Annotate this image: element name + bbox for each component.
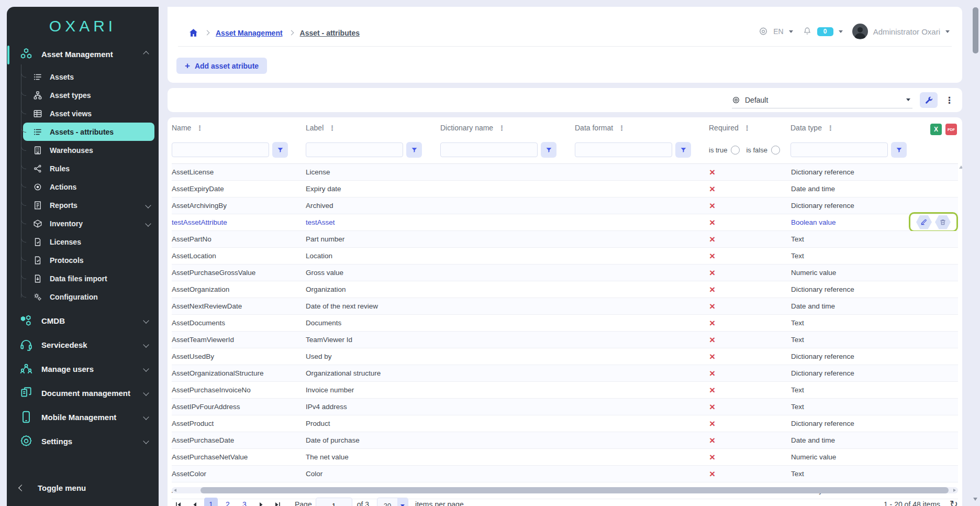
filter-label-input[interactable] [306, 142, 403, 157]
home-icon[interactable] [188, 28, 198, 38]
table-row[interactable]: AssetPurchaseGrossValue Gross value × Nu… [172, 265, 958, 281]
column-header-label[interactable]: Label⋮ [306, 124, 336, 132]
kebab-menu-icon[interactable]: ⋮ [945, 96, 954, 105]
page-button-3[interactable]: 3 [238, 498, 251, 506]
breadcrumb-asset-attributes[interactable]: Asset - attributes [300, 29, 360, 37]
filter-funnel-button[interactable] [272, 142, 288, 158]
table-row[interactable]: AssetTeamViewerId TeamViewer Id × Text [172, 332, 958, 348]
scroll-left-icon[interactable] [174, 489, 176, 492]
next-page-button[interactable] [255, 498, 268, 506]
vertical-scrollbar[interactable] [973, 7, 978, 494]
sidebar-group-cmdb[interactable]: CMDB [14, 309, 154, 332]
filter-dictionary-name-input[interactable] [440, 142, 538, 157]
first-page-button[interactable] [172, 498, 184, 506]
chevron-down-icon[interactable] [839, 30, 843, 33]
column-menu-icon[interactable]: ⋮ [618, 124, 625, 132]
sidebar-item-warehouses[interactable]: Warehouses [23, 141, 154, 159]
sidebar-group-manage-users[interactable]: Manage users [14, 357, 154, 380]
filter-funnel-button[interactable] [891, 142, 907, 158]
column-header-data-format[interactable]: Data format⋮ [575, 124, 625, 132]
previous-page-button[interactable] [188, 498, 201, 506]
column-menu-icon[interactable]: ⋮ [744, 124, 751, 132]
chevron-down-icon[interactable] [789, 30, 793, 33]
filter-funnel-button[interactable] [541, 142, 556, 158]
sidebar-item-asset-types[interactable]: Asset types [23, 86, 154, 104]
page-number-input[interactable] [316, 498, 352, 506]
sidebar-item-asset-views[interactable]: Asset views [23, 104, 154, 123]
sidebar-item-rules[interactable]: Rules [23, 159, 154, 178]
is-false-radio[interactable] [771, 146, 780, 155]
page-size-select[interactable]: 20 [377, 498, 408, 506]
view-select[interactable]: Default [732, 92, 912, 108]
filter-data-format-input[interactable] [575, 142, 672, 157]
table-row[interactable]: AssetProduct Product × Dictionary refere… [172, 415, 958, 432]
table-row[interactable]: AssetLicense License × Dictionary refere… [172, 164, 958, 181]
sidebar-group-document-management[interactable]: Document management [14, 381, 154, 404]
page-button-2[interactable]: 2 [221, 498, 235, 506]
sidebar-item-assets[interactable]: Assets [23, 68, 154, 86]
sidebar-item-actions[interactable]: Actions [23, 178, 154, 196]
column-header-data-type[interactable]: Data type⋮ [790, 124, 834, 132]
sidebar-group-mobile-management[interactable]: Mobile Management [14, 405, 154, 428]
table-row[interactable]: AssetColor Color × Text [172, 466, 958, 482]
table-row[interactable]: AssetPartNo Part number × Text [172, 231, 958, 248]
bell-icon[interactable] [803, 27, 812, 36]
table-row[interactable]: AssetPurchaseInvoiceNo Invoice number × … [172, 382, 958, 399]
table-scroll-up-icon[interactable] [959, 166, 962, 169]
horizontal-scrollbar[interactable] [172, 487, 958, 493]
sidebar-group-servicedesk[interactable]: Servicedesk [14, 333, 154, 356]
column-menu-icon[interactable]: ⋮ [498, 124, 505, 132]
table-row[interactable]: AssetOrganization Organization × Diction… [172, 281, 958, 298]
add-asset-attribute-button[interactable]: + Add asset atribute [176, 58, 267, 74]
pdf-export-icon[interactable]: PDF [945, 124, 957, 135]
language-select[interactable]: EN [773, 27, 783, 36]
column-menu-icon[interactable]: ⋮ [196, 124, 203, 132]
is-true-radio[interactable] [731, 146, 740, 155]
column-menu-icon[interactable]: ⋮ [827, 124, 834, 132]
sidebar-item-data-files-import[interactable]: Data files import [23, 269, 154, 288]
refresh-icon[interactable]: ↻ [950, 499, 958, 506]
gear-icon[interactable] [759, 27, 768, 36]
vertical-scrollbar-thumb[interactable] [973, 7, 978, 53]
column-header-name[interactable]: Name⋮ [172, 124, 203, 132]
breadcrumb-asset-management[interactable]: Asset Management [216, 29, 283, 37]
filter-data-type-input[interactable] [790, 142, 888, 157]
delete-row-button[interactable] [935, 215, 951, 229]
edit-row-button[interactable] [916, 215, 932, 229]
sidebar-item-protocols[interactable]: Protocols [23, 251, 154, 269]
table-row[interactable]: AssetOrganizationalStructure Organizatio… [172, 365, 958, 382]
toggle-menu-button[interactable]: Toggle menu [19, 483, 86, 492]
sidebar-group-settings[interactable]: Settings [14, 430, 154, 453]
scroll-down-icon[interactable] [973, 498, 977, 501]
filter-funnel-button[interactable] [406, 142, 422, 158]
sidebar-item-inventory[interactable]: Inventory [23, 214, 154, 233]
table-row[interactable]: AssetArchivingBy Archived × Dictionary r… [172, 197, 958, 214]
sidebar-item-assets-attributes[interactable]: Assets - attributes [23, 123, 154, 141]
table-row[interactable]: AssetDocuments Documents × Text [172, 315, 958, 332]
table-row[interactable]: AssetPurchaseNetValue The net value × Nu… [172, 449, 958, 466]
table-row[interactable]: AssetExpiryDate Expiry date × Date and t… [172, 181, 958, 197]
table-row[interactable]: AssetPurchaseDate Date of purchase × Dat… [172, 432, 958, 449]
column-header-required[interactable]: Required⋮ [709, 124, 751, 132]
chevron-down-icon[interactable] [945, 30, 950, 33]
column-menu-icon[interactable]: ⋮ [329, 124, 336, 132]
table-row[interactable]: AssetNextReviewDate Date of the next rev… [172, 298, 958, 315]
last-page-button[interactable] [271, 498, 284, 506]
excel-export-icon[interactable]: X [930, 124, 942, 135]
sidebar-item-reports[interactable]: Reports [23, 196, 154, 214]
scroll-right-icon[interactable] [953, 489, 956, 492]
table-row[interactable]: AssetLocation Location × Text [172, 248, 958, 265]
avatar[interactable] [852, 24, 868, 39]
user-name[interactable]: Administrator Oxari [873, 27, 940, 36]
table-row[interactable]: AssetIPvFourAddress IPv4 address × Text [172, 399, 958, 415]
sidebar-item-licenses[interactable]: Licenses [23, 233, 154, 251]
page-button-1[interactable]: 1 [204, 498, 218, 506]
table-row[interactable]: AssetUsedBy Used by × Dictionary referen… [172, 348, 958, 365]
filter-name-input[interactable] [172, 142, 269, 157]
column-header-dictionary-name[interactable]: Dictionary name⋮ [440, 124, 505, 132]
horizontal-scrollbar-thumb[interactable] [201, 487, 949, 493]
sidebar-item-configuration[interactable]: Configuration [23, 288, 154, 306]
sidebar-group-asset-management[interactable]: Asset Management [14, 42, 154, 65]
wrench-button[interactable] [920, 92, 938, 108]
filter-funnel-button[interactable] [675, 142, 691, 158]
